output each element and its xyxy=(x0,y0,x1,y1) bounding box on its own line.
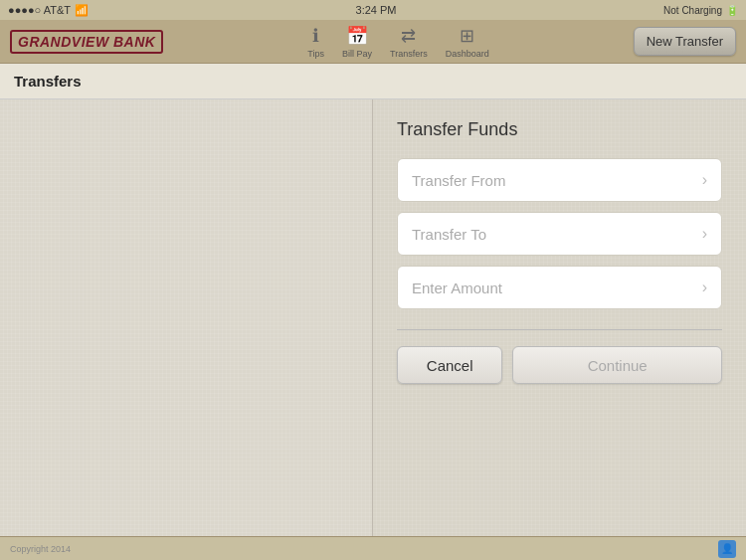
cancel-button[interactable]: Cancel xyxy=(397,346,502,384)
nav-dashboard[interactable]: ⊞ Dashboard xyxy=(446,25,489,59)
toolbar: GRANDVIEW BANK ℹ Tips 📅 Bill Pay ⇄ Trans… xyxy=(0,20,746,64)
transfer-to-row[interactable]: Transfer To › xyxy=(397,212,722,256)
transfer-from-row[interactable]: Transfer From › xyxy=(397,158,722,202)
enter-amount-chevron: › xyxy=(702,279,707,296)
status-bar: ●●●●○ AT&T 📶 3:24 PM Not Charging 🔋 xyxy=(0,0,746,20)
battery-text: Not Charging xyxy=(663,5,722,16)
transfer-to-label: Transfer To xyxy=(412,226,486,243)
right-panel: Transfer Funds Transfer From › Transfer … xyxy=(373,99,746,536)
nav-icons: ℹ Tips 📅 Bill Pay ⇄ Transfers ⊞ Dashboar… xyxy=(307,25,488,59)
status-left: ●●●●○ AT&T 📶 xyxy=(8,4,89,17)
tips-icon: ℹ xyxy=(312,25,319,47)
main-content: Transfer Funds Transfer From › Transfer … xyxy=(0,99,746,536)
time-display: 3:24 PM xyxy=(356,4,397,16)
transfer-to-chevron: › xyxy=(702,225,707,243)
status-right: Not Charging 🔋 xyxy=(663,5,738,16)
enter-amount-label: Enter Amount xyxy=(412,280,502,296)
dashboard-icon: ⊞ xyxy=(460,25,474,47)
footer-user-icon[interactable]: 👤 xyxy=(718,540,736,558)
user-icon-symbol: 👤 xyxy=(721,543,733,554)
form-divider xyxy=(397,329,722,330)
wifi-icon: 📶 xyxy=(75,4,89,17)
nav-bill-pay[interactable]: 📅 Bill Pay xyxy=(342,25,372,59)
transfer-from-label: Transfer From xyxy=(412,172,505,189)
battery-icon: 🔋 xyxy=(726,5,738,16)
transfers-icon: ⇄ xyxy=(401,25,416,47)
form-actions: Cancel Continue xyxy=(397,346,722,384)
footer-copyright: Copyright 2014 xyxy=(10,544,71,554)
page-title-bar: Transfers xyxy=(0,64,746,99)
bank-logo: GRANDVIEW BANK xyxy=(10,30,163,54)
new-transfer-button[interactable]: New Transfer xyxy=(634,27,736,56)
dashboard-label: Dashboard xyxy=(446,49,489,59)
nav-transfers[interactable]: ⇄ Transfers xyxy=(390,25,428,59)
page-title: Transfers xyxy=(14,73,82,90)
carrier-text: ●●●●○ AT&T xyxy=(8,4,71,16)
bill-pay-label: Bill Pay xyxy=(342,49,372,59)
enter-amount-row[interactable]: Enter Amount › xyxy=(397,266,722,309)
bill-pay-icon: 📅 xyxy=(346,25,368,47)
continue-button[interactable]: Continue xyxy=(512,346,722,384)
footer: Copyright 2014 👤 xyxy=(0,536,746,560)
logo-area: GRANDVIEW BANK xyxy=(10,30,163,54)
left-panel xyxy=(0,99,373,536)
tips-label: Tips xyxy=(307,49,324,59)
transfer-funds-title: Transfer Funds xyxy=(397,119,722,140)
transfer-from-chevron: › xyxy=(702,171,707,189)
nav-tips[interactable]: ℹ Tips xyxy=(307,25,324,59)
transfers-label: Transfers xyxy=(390,49,428,59)
